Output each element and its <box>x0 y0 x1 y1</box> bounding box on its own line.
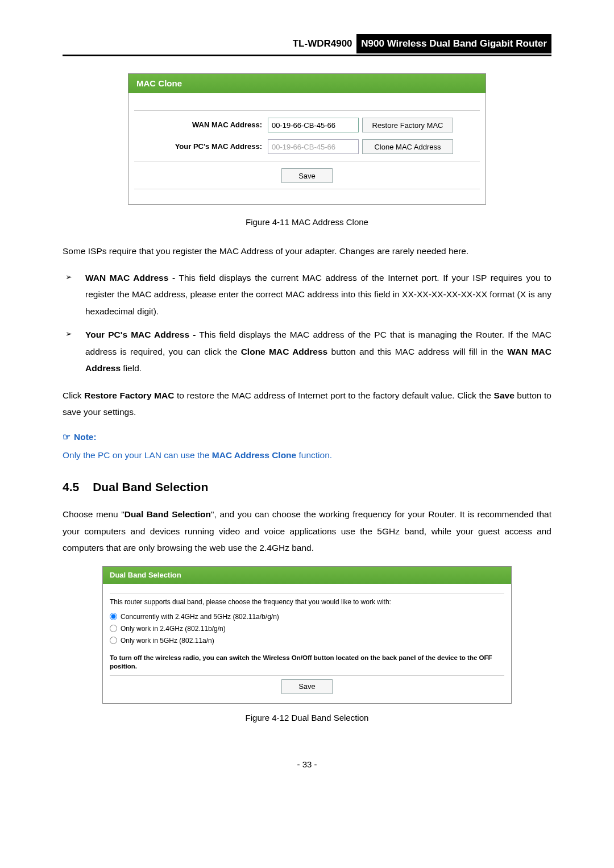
divider <box>134 161 480 161</box>
inline-bold: MAC Address Clone <box>212 450 296 460</box>
dual-band-intro: This router supports dual band, please c… <box>110 597 504 607</box>
radio-concurrent-label[interactable]: Concurrently with 2.4GHz and 5GHz (802.1… <box>121 612 279 622</box>
bullet-text: field. <box>121 363 142 373</box>
inline-bold: Save <box>494 391 515 400</box>
pc-mac-label: Your PC's MAC Address: <box>134 141 268 152</box>
wan-mac-label: WAN MAC Address: <box>134 119 268 131</box>
bullet-wan-mac: WAN MAC Address - This field displays th… <box>63 269 551 319</box>
text: to restore the MAC address of Internet p… <box>174 391 493 400</box>
text: function. <box>296 450 332 460</box>
bullet-label: WAN MAC Address - <box>85 273 175 283</box>
bullet-pc-mac: Your PC's MAC Address - This field displ… <box>63 326 551 376</box>
dual-band-title: Dual Band Selection <box>103 567 511 584</box>
figure-caption-4-12: Figure 4-12 Dual Band Selection <box>63 712 551 725</box>
radio-5ghz-label[interactable]: Only work in 5GHz (802.11a/n) <box>121 636 214 646</box>
wireless-off-note: To turn off the wireless radio, you can … <box>110 654 504 671</box>
restore-paragraph: Click Restore Factory MAC to restore the… <box>63 387 551 421</box>
clone-mac-address-button[interactable]: Clone MAC Address <box>362 139 453 154</box>
radio-24ghz-label[interactable]: Only work in 2.4GHz (802.11b/g/n) <box>121 624 226 634</box>
radio-concurrent[interactable] <box>110 613 117 620</box>
radio-24ghz[interactable] <box>110 625 117 632</box>
wan-mac-input[interactable] <box>268 118 359 132</box>
text: Only the PC on your LAN can use the <box>63 450 212 460</box>
bullet-text: button and this MAC address will fill in… <box>327 347 507 356</box>
divider <box>110 675 504 676</box>
mac-clone-panel: MAC Clone WAN MAC Address: Restore Facto… <box>128 73 486 205</box>
section-title: Dual Band Selection <box>93 478 208 496</box>
divider <box>110 593 504 593</box>
inline-bold: Dual Band Selection <box>125 509 211 519</box>
intro-paragraph: Some ISPs require that you register the … <box>63 243 551 259</box>
pc-mac-input <box>268 139 359 154</box>
note-heading: ☞Note: <box>63 430 551 443</box>
bullet-label: Your PC's MAC Address - <box>85 330 196 339</box>
model-label: TL-WDR4900 <box>293 38 352 49</box>
doc-header: TL-WDR4900 N900 Wireless Dual Band Gigab… <box>63 34 551 56</box>
text: Choose menu " <box>63 509 125 519</box>
section-heading-4-5: 4.5 Dual Band Selection <box>63 478 551 496</box>
inline-bold: Restore Factory MAC <box>84 391 174 400</box>
page-number: - 33 - <box>63 758 551 771</box>
inline-bold: Clone MAC Address <box>241 347 328 356</box>
section-number: 4.5 <box>63 478 79 496</box>
section-intro: Choose menu "Dual Band Selection", and y… <box>63 506 551 556</box>
mac-clone-title: MAC Clone <box>128 74 486 94</box>
divider <box>134 189 480 189</box>
note-label: Note: <box>74 432 97 442</box>
model-subtitle: N900 Wireless Dual Band Gigabit Router <box>356 34 551 53</box>
figure-caption-4-11: Figure 4-11 MAC Address Clone <box>63 216 551 229</box>
save-button[interactable]: Save <box>281 679 333 694</box>
save-button[interactable]: Save <box>281 168 333 183</box>
radio-5ghz[interactable] <box>110 637 117 644</box>
note-body: Only the PC on your LAN can use the MAC … <box>63 447 551 463</box>
text: Click <box>63 391 84 400</box>
restore-factory-mac-button[interactable]: Restore Factory MAC <box>362 118 453 132</box>
dual-band-panel: Dual Band Selection This router supports… <box>102 566 512 703</box>
pointing-hand-icon: ☞ <box>63 432 70 442</box>
divider <box>134 110 480 111</box>
